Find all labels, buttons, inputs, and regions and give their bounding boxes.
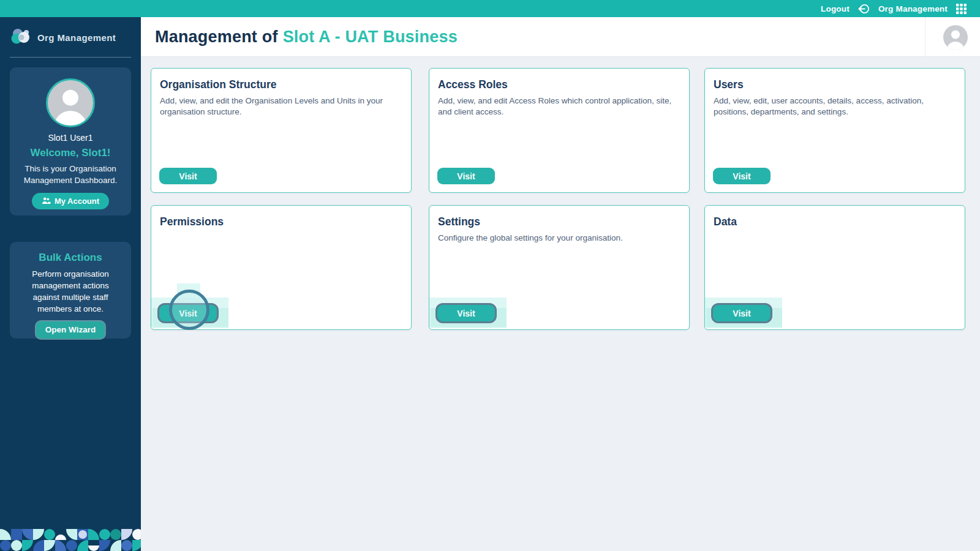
visit-settings-button[interactable]: Visit — [437, 305, 495, 321]
profile-card: Slot1 User1 Welcome, Slot1! This is your… — [10, 67, 131, 216]
card-description: Configure the global settings for your o… — [438, 233, 677, 244]
visit-organisation-structure-button[interactable]: Visit — [159, 168, 217, 184]
my-account-label: My Account — [55, 197, 99, 206]
card-organisation-structure: Organisation Structure Add, view, and ed… — [151, 68, 412, 193]
profile-name: Slot1 User1 — [10, 133, 131, 143]
card-description: Add, view, and edit Access Roles which c… — [438, 96, 677, 118]
brand-title: Org Management — [37, 32, 116, 43]
page-title: Management ofSlot A - UAT Business — [155, 28, 458, 47]
card-title: Settings — [438, 216, 480, 228]
card-users: Users Add, view, edit, user accounts, de… — [704, 68, 965, 193]
card-access-roles: Access Roles Add, view, and edit Access … — [429, 68, 690, 193]
card-title: Access Roles — [438, 78, 508, 91]
visit-permissions-button[interactable]: Visit — [159, 305, 217, 321]
brand: Org Management — [0, 17, 141, 48]
profile-welcome: Welcome, Slot1! — [10, 147, 131, 159]
visit-access-roles-button[interactable]: Visit — [437, 168, 495, 184]
sidebar: Org Management Slot1 User1 Welcome, Slot… — [0, 17, 141, 551]
card-title: Users — [714, 78, 744, 91]
footer-mosaic-decoration — [0, 529, 141, 551]
logout-link[interactable]: Logout — [821, 4, 850, 13]
card-title: Data — [714, 216, 737, 228]
card-title: Organisation Structure — [160, 78, 277, 91]
card-settings: Settings Configure the global settings f… — [429, 205, 690, 330]
my-account-button[interactable]: My Account — [32, 193, 109, 209]
profile-description: This is your Organisation Management Das… — [17, 163, 124, 186]
header-divider — [925, 17, 925, 56]
app-switcher-label[interactable]: Org Management — [878, 4, 948, 13]
apps-grid-icon[interactable] — [956, 4, 967, 14]
dashboard-content: Organisation Structure Add, view, and ed… — [141, 57, 980, 551]
page-header: Management ofSlot A - UAT Business — [141, 17, 980, 57]
top-bar: Logout Org Management — [0, 0, 980, 17]
sidebar-divider — [10, 57, 131, 58]
visit-users-button[interactable]: Visit — [713, 168, 771, 184]
page-title-prefix: Management of — [155, 28, 278, 46]
card-title: Permissions — [160, 216, 224, 228]
bulk-actions-card: Bulk Actions Perform organisation manage… — [10, 242, 131, 339]
logout-icon[interactable] — [858, 3, 870, 15]
visit-data-button[interactable]: Visit — [713, 305, 771, 321]
profile-avatar — [46, 78, 95, 127]
page-title-org: Slot A - UAT Business — [283, 28, 458, 46]
card-description: Add, view, edit, user accounts, details,… — [714, 96, 952, 118]
bulk-actions-title: Bulk Actions — [10, 252, 131, 264]
people-icon — [42, 197, 51, 206]
card-data: Data Visit — [704, 205, 965, 330]
org-management-logo-icon — [10, 27, 32, 48]
bulk-actions-description: Perform organisation management actions … — [20, 268, 121, 315]
card-permissions: Permissions Visit — [151, 205, 412, 330]
open-wizard-button[interactable]: Open Wizard — [36, 321, 105, 339]
card-description: Add, view, and edit the Organisation Lev… — [160, 96, 399, 118]
header-avatar[interactable] — [943, 25, 968, 50]
